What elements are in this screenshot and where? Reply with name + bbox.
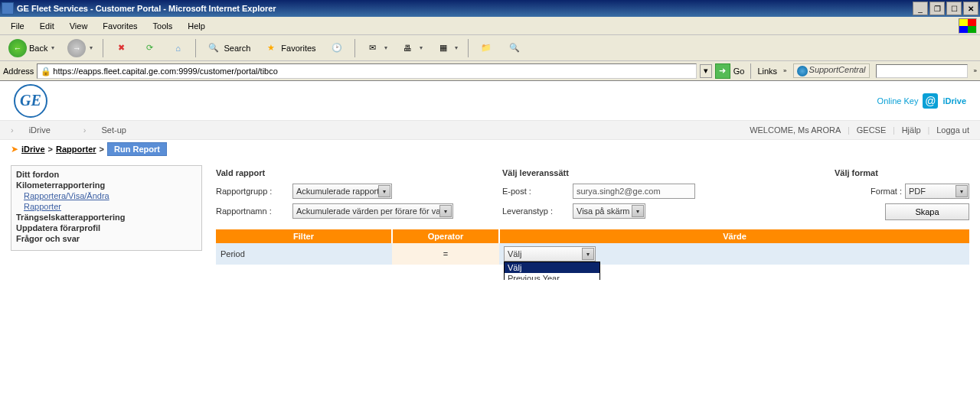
links-label[interactable]: Links: [757, 67, 777, 76]
menu-help[interactable]: Help: [180, 20, 213, 32]
period-option-previous-year[interactable]: Previous Year: [505, 273, 599, 280]
chevron-down-icon: ▾: [378, 185, 390, 197]
search-button[interactable]: 🔍Search: [201, 38, 256, 58]
forward-button[interactable]: → ▾: [62, 37, 98, 60]
refresh-icon: ⟳: [142, 41, 157, 56]
menu-bar: File Edit View Favorites Tools Help: [0, 17, 980, 35]
go-button[interactable]: ➜: [715, 63, 730, 79]
top-nav-bar: ›iDrive ›Set-up WELCOME, Ms ARORA | GECS…: [0, 121, 980, 140]
email-label: E-post :: [502, 187, 573, 196]
folder-button[interactable]: 📁: [473, 38, 499, 58]
nav-setup[interactable]: ›Set-up: [83, 125, 142, 135]
refresh-button[interactable]: ⟳: [136, 38, 162, 58]
delivery-type-select[interactable]: Visa på skärm ▾: [573, 203, 645, 219]
period-option-valj[interactable]: Välj: [505, 262, 599, 273]
restore-button[interactable]: ❐: [929, 2, 945, 15]
sidebar-item-faq[interactable]: Frågor och svar: [16, 233, 197, 244]
format-heading: Välj format: [789, 168, 969, 177]
menu-edit[interactable]: Edit: [32, 20, 62, 32]
research-icon: 🔍: [507, 41, 522, 56]
edit-button[interactable]: ▦▾: [430, 38, 463, 58]
online-key-text: Online Key: [877, 96, 919, 106]
window-titlebar: GE Fleet Services - Customer Portal - Mi…: [0, 0, 980, 17]
delivery-type-label: Leveranstyp :: [502, 206, 573, 216]
menu-favorites[interactable]: Favorites: [95, 20, 145, 32]
maximize-button[interactable]: ☐: [946, 2, 962, 15]
breadcrumb-current: Run Report: [107, 142, 167, 156]
delivery-type-value: Visa på skärm: [577, 206, 630, 216]
sidebar-item-report-view-edit[interactable]: Rapportera/Visa/Ändra: [16, 190, 197, 201]
toolbar-separator: [195, 39, 196, 57]
report-name-select[interactable]: Ackumulerade värden per förare för valt …: [292, 203, 453, 219]
email-field[interactable]: [573, 184, 695, 199]
cell-operator: =: [392, 243, 499, 265]
menu-view[interactable]: View: [62, 20, 96, 32]
home-button[interactable]: ⌂: [165, 38, 191, 58]
breadcrumb-idrive[interactable]: iDrive: [21, 145, 45, 154]
supportcentral-button[interactable]: SupportCentral: [793, 63, 870, 77]
supportcentral-label: SupportCentral: [809, 65, 866, 74]
back-label: Back: [29, 44, 47, 53]
address-bar: Address 🔒 ▾ ➜ Go Links » SupportCentral …: [0, 61, 980, 81]
period-value: Välj: [508, 249, 521, 258]
create-button[interactable]: Skapa: [885, 203, 969, 220]
go-label: Go: [733, 67, 745, 76]
stop-icon: ✖: [113, 41, 129, 56]
period-select[interactable]: Välj ▾ Välj Previous Year Current Year: [504, 246, 596, 262]
chevron-right-icon: ›: [83, 125, 87, 135]
col-operator: Operator: [392, 229, 499, 243]
gecse-link[interactable]: GECSE: [857, 125, 887, 135]
print-button[interactable]: 🖶▾: [395, 38, 428, 58]
report-group-value: Ackumulerade rapport: [296, 187, 379, 196]
print-dropdown-icon: ▾: [420, 44, 423, 51]
breadcrumb-reports[interactable]: Rapporter: [56, 145, 96, 154]
forward-arrow-icon: →: [67, 39, 86, 57]
search-icon: 🔍: [206, 41, 221, 56]
mail-button[interactable]: ✉▾: [360, 38, 393, 58]
col-value: Värde: [499, 229, 969, 243]
supportcentral-icon: [797, 66, 808, 76]
windows-flag-icon: [959, 18, 977, 34]
breadcrumb-arrow-icon: ➤: [11, 144, 18, 154]
report-name-label: Rapportnamn :: [216, 206, 292, 216]
history-button[interactable]: 🕑: [324, 38, 350, 58]
back-button[interactable]: ← Back ▾: [3, 37, 60, 60]
sidebar-item-vehicle[interactable]: Ditt fordon: [16, 169, 197, 180]
close-button[interactable]: ✕: [963, 2, 978, 15]
stop-button[interactable]: ✖: [108, 38, 134, 58]
sidebar-item-reports[interactable]: Rapporter: [16, 201, 197, 212]
research-button[interactable]: 🔍: [501, 38, 528, 58]
search-label: Search: [224, 44, 250, 53]
lock-icon: 🔒: [41, 67, 50, 76]
chevron-down-icon: ▾: [582, 248, 594, 260]
sidebar-item-congestion[interactable]: Trängselskatterapportering: [16, 212, 197, 223]
report-group-select[interactable]: Ackumulerade rapport ▾: [292, 184, 392, 199]
menu-tools[interactable]: Tools: [145, 20, 181, 32]
help-link[interactable]: Hjälp: [902, 125, 921, 135]
sidebar-item-driver-profile[interactable]: Uppdatera förarprofil: [16, 223, 197, 233]
address-dropdown-button[interactable]: ▾: [700, 64, 712, 78]
forward-dropdown-icon: ▾: [90, 44, 93, 51]
toolbar-separator: [354, 39, 355, 57]
idrive-text: iDrive: [942, 96, 966, 106]
nav-idrive[interactable]: ›iDrive: [11, 125, 66, 135]
report-group-label: Rapportgrupp :: [216, 187, 292, 196]
menu-file[interactable]: File: [3, 20, 32, 32]
sidebar-item-km-reporting[interactable]: Kilometerrapportering: [16, 180, 197, 190]
address-input[interactable]: [53, 67, 692, 76]
links-separator: [750, 63, 751, 79]
window-title: GE Fleet Services - Customer Portal - Mi…: [17, 4, 913, 13]
toolbar: ← Back ▾ → ▾ ✖ ⟳ ⌂ 🔍Search ★Favorites 🕑 …: [0, 35, 980, 61]
online-key-brand: Online Key @ iDrive: [877, 93, 966, 109]
address-input-wrap: 🔒: [37, 63, 696, 79]
minimize-button[interactable]: _: [913, 2, 928, 15]
supportcentral-search-input[interactable]: [876, 64, 968, 78]
chevron-right-icon: ›: [11, 125, 14, 135]
favorites-button[interactable]: ★Favorites: [258, 38, 321, 58]
links-chevron-icon: »: [783, 67, 786, 74]
format-select[interactable]: PDF ▾: [905, 184, 969, 199]
logout-link[interactable]: Logga ut: [936, 125, 969, 135]
chevron-down-icon: ▾: [956, 185, 968, 197]
format-label: Format :: [864, 187, 905, 196]
period-dropdown: Välj Previous Year Current Year: [504, 262, 600, 280]
